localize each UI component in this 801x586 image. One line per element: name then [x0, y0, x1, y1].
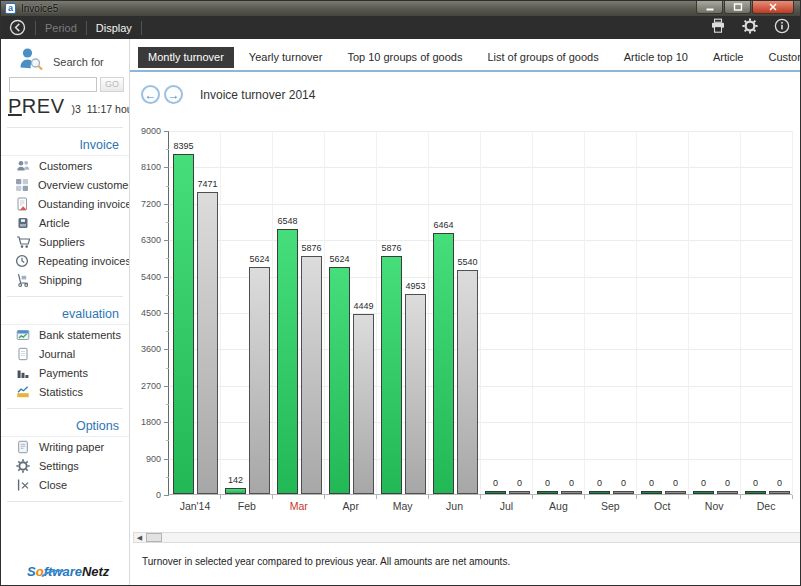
search-input[interactable]	[9, 77, 97, 92]
bar-value-label: 5876	[371, 243, 412, 253]
sidebar-item-label: Oustanding invoices	[38, 198, 137, 210]
app-window: a Invoice5 PeriodDisplay Search for GO P…	[0, 0, 801, 586]
bar-value-label: 5876	[291, 243, 332, 253]
window-minimize-button[interactable]	[696, 1, 723, 14]
y-axis-tick-label: 6300	[141, 235, 161, 245]
tab-yearly-turnover[interactable]: Yearly turnover	[239, 47, 333, 68]
chart-header: ← → Invoice turnover 2014	[130, 72, 801, 106]
repeating-invoices-icon	[15, 254, 29, 268]
gridline	[792, 131, 793, 494]
logo-part: Netz	[82, 564, 109, 579]
bar-value-label: 0	[759, 478, 800, 488]
gridline	[428, 131, 429, 494]
sidebar-item-repeating-invoices[interactable]: Repeating invoices	[1, 251, 129, 270]
gridline	[480, 131, 481, 494]
bar-previous-year-Feb	[249, 267, 270, 494]
section-divider	[7, 296, 123, 297]
menu-item-display[interactable]: Display	[96, 22, 132, 34]
x-axis-label-Nov: Nov	[688, 500, 740, 512]
sidebar-item-journal[interactable]: Journal	[1, 344, 129, 363]
x-axis-label-Feb: Feb	[221, 500, 273, 512]
y-axis-tick	[164, 386, 169, 387]
sidebar-item-writing-paper[interactable]: Writing paper	[1, 437, 129, 456]
window-close-button[interactable]	[752, 1, 794, 14]
tab-list-of-groups-of-goods[interactable]: List of groups of goods	[477, 47, 608, 68]
info-button[interactable]	[774, 18, 790, 38]
toolbar-menu: PeriodDisplay	[26, 21, 151, 35]
search-label: Search for	[53, 56, 104, 68]
x-axis-label-Aug: Aug	[532, 500, 584, 512]
y-axis-tick	[164, 349, 169, 350]
prev-period-button[interactable]: ←	[141, 85, 160, 104]
settings-button[interactable]	[742, 18, 758, 38]
back-button[interactable]	[9, 19, 26, 36]
tab-montly-turnover[interactable]: Montly turnover	[138, 47, 234, 68]
window-maximize-button[interactable]	[724, 1, 751, 14]
tab-customers[interactable]: Customers	[758, 47, 801, 68]
go-button[interactable]: GO	[100, 77, 124, 92]
bar-chart: 0900180027003600450054006300720081009000…	[132, 131, 800, 495]
horizontal-scrollbar[interactable]: ◀ ▶	[133, 532, 801, 543]
sidebar-item-shipping[interactable]: Shipping	[1, 270, 129, 289]
sidebar-item-label: Statistics	[39, 386, 83, 398]
sidebar-item-statistics[interactable]: Statistics	[1, 382, 129, 401]
bar-previous-year-May	[405, 294, 426, 494]
chart-title: Invoice turnover 2014	[200, 88, 315, 102]
sidebar-item-settings[interactable]: Settings	[1, 456, 129, 475]
print-button[interactable]	[710, 18, 726, 38]
gridline	[740, 131, 741, 494]
info-icon	[774, 18, 790, 34]
y-axis-tick-label: 8100	[141, 162, 161, 172]
gridline	[532, 131, 533, 494]
sidebar-item-label: Payments	[39, 367, 88, 379]
plot-area: 8395747114256246548587656244449587649536…	[168, 131, 792, 495]
bar-value-label: 6548	[267, 216, 308, 226]
tab-article[interactable]: Article	[703, 47, 754, 68]
y-axis-tick	[164, 277, 169, 278]
customers-icon	[15, 159, 30, 173]
tab-top-10-groups-of-goods[interactable]: Top 10 groups of goods	[337, 47, 472, 68]
window-controls	[696, 1, 794, 14]
y-axis-tick	[164, 459, 169, 460]
sidebar-item-payments[interactable]: Payments	[1, 363, 129, 382]
sidebar-item-close[interactable]: Close	[1, 475, 129, 494]
search-row: Search for	[1, 39, 129, 73]
sidebar-item-article[interactable]: Article	[1, 213, 129, 232]
y-axis-minor-tick	[166, 477, 169, 478]
bar-value-label: 5624	[239, 254, 280, 264]
window-close-icon	[768, 2, 778, 12]
x-axis-label-Jan14: Jan'14	[169, 500, 221, 512]
section-header: Invoice	[1, 132, 129, 156]
main-area: Search for GO PREV )3 11:17 hour Invoice…	[1, 39, 800, 585]
bar-value-label: 4449	[343, 301, 384, 311]
bar-selected-year-Jun	[433, 233, 454, 494]
bar-selected-year-Jan14	[173, 154, 194, 494]
shipping-icon	[15, 273, 30, 287]
bar-previous-year-Apr	[353, 314, 374, 494]
sidebar-item-label: Shipping	[39, 274, 82, 286]
gridline	[376, 131, 377, 494]
y-axis-minor-tick	[166, 440, 169, 441]
y-axis: 0900180027003600450054006300720081009000	[132, 131, 166, 495]
y-axis-tick-label: 3600	[141, 344, 161, 354]
scrollbar-thumb[interactable]	[146, 533, 162, 542]
y-axis-tick-label: 4500	[141, 308, 161, 318]
sidebar-item-oustanding-invoices[interactable]: Oustanding invoices	[1, 194, 129, 213]
sidebar-item-customers[interactable]: Customers	[1, 156, 129, 175]
sidebar-item-bank-statements[interactable]: Bank statements	[1, 325, 129, 344]
section-divider	[7, 501, 123, 502]
tab-article-top-10[interactable]: Article top 10	[614, 47, 698, 68]
sidebar-item-suppliers[interactable]: Suppliers	[1, 232, 129, 251]
x-axis-label-Apr: Apr	[325, 500, 377, 512]
menu-item-period: Period	[45, 22, 77, 34]
logo-part: S	[27, 564, 36, 579]
sidebar-item-label: Repeating invoices	[38, 255, 131, 267]
scroll-left-arrow[interactable]: ◀	[134, 533, 145, 542]
next-period-button[interactable]: →	[164, 85, 183, 104]
gridline	[272, 131, 273, 494]
y-axis-tick-label: 7200	[141, 199, 161, 209]
sidebar-item-label: Close	[39, 479, 67, 491]
sidebar-item-overview-customers[interactable]: Overview customers	[1, 175, 129, 194]
section-header: evaluation	[1, 301, 129, 325]
section-header: Options	[1, 413, 129, 437]
